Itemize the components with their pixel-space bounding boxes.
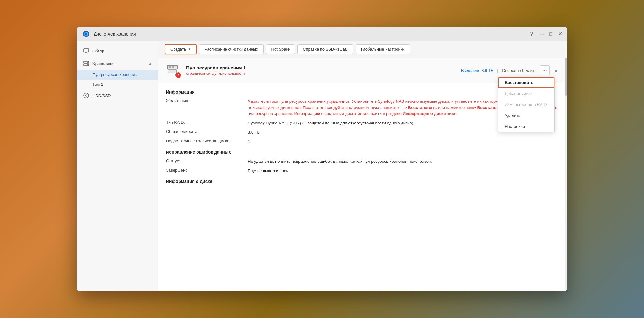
info-row-scrub-status: Статус: Не удается выполнить исправление… — [166, 158, 560, 165]
sidebar-section-storage[interactable]: Хранилище ▲ — [77, 57, 158, 70]
app-icon — [82, 30, 91, 38]
pool-header: ! Пул ресурсов хранения 1 ограниченной ф… — [158, 58, 567, 83]
svg-point-6 — [87, 62, 88, 63]
pool-collapse-button[interactable]: ▲ — [552, 67, 560, 74]
info-label-scrub-completed: Завершено: — [166, 168, 248, 174]
pool-card: ! Пул ресурсов хранения 1 ограниченной ф… — [158, 58, 567, 194]
pool-icon: ! — [166, 63, 181, 78]
svg-point-10 — [86, 95, 86, 96]
toolbar: Создать ▼ Расписание очистки данных Hot … — [158, 41, 567, 58]
sidebar-item-overview[interactable]: Обзор — [77, 45, 158, 57]
info-label-capacity: Общая емкость: — [166, 129, 248, 135]
svg-point-7 — [87, 64, 88, 65]
pool-free: Свободно 0 Байт — [502, 68, 535, 73]
disk-info-section-title: Информация о диске — [166, 179, 560, 184]
ssd-button-label: Справка по SSD-кэшам — [303, 47, 348, 52]
app-body: Обзор Хранилище ▲ Пул ресурсов хранени..… — [77, 41, 567, 291]
main-window: Диспетчер хранения ? — □ ✕ Обзор — [77, 27, 567, 291]
sidebar: Обзор Хранилище ▲ Пул ресурсов хранени..… — [77, 41, 158, 291]
sidebar-item-pool1[interactable]: Пул ресурсов хранени... — [77, 70, 158, 80]
info-row-disks: Недостаточное количество дисков: 1 — [166, 139, 560, 145]
window-controls: ? — □ ✕ — [530, 31, 562, 36]
sidebar-pool1-label: Пул ресурсов хранени... — [92, 72, 138, 77]
maximize-button[interactable]: □ — [549, 31, 552, 36]
sidebar-storage-children: Пул ресурсов хранени... Том 1 — [77, 70, 158, 89]
window-title: Диспетчер хранения — [94, 31, 530, 36]
hotspare-button-label: Hot Spare — [271, 47, 290, 52]
warning-badge: ! — [175, 72, 181, 78]
pool-allocated: Выделено 3.6 ТБ — [461, 68, 493, 73]
content-area: ! Пул ресурсов хранения 1 ограниченной ф… — [158, 58, 567, 291]
monitor-icon — [83, 48, 89, 54]
pool-name: Пул ресурсов хранения 1 — [186, 65, 461, 70]
info-label-disks: Недостаточное количество дисков: — [166, 139, 248, 145]
scrollbar[interactable] — [565, 58, 567, 291]
cleanup-button[interactable]: Расписание очистки данных — [199, 44, 263, 54]
pool-info: Пул ресурсов хранения 1 ограниченной фун… — [186, 65, 461, 76]
dropdown-item-delete[interactable]: Удалить — [498, 110, 554, 121]
sidebar-section-storage-label: Хранилище — [92, 61, 114, 66]
close-button[interactable]: ✕ — [558, 31, 562, 36]
scrubbing-section-title: Исправление ошибок данных — [166, 150, 560, 155]
disk-icon — [83, 92, 89, 99]
svg-rect-3 — [84, 49, 89, 52]
info-label-desired: Желательно: — [166, 98, 248, 117]
info-label-raid: Тип RAID: — [166, 120, 248, 126]
chevron-up-icon: ▲ — [148, 62, 152, 65]
info-value-scrub-status: Не удается выполнить исправление ошибок … — [248, 158, 560, 165]
sidebar-hdd-label: HDD/SSD — [92, 93, 111, 98]
pool-menu-button[interactable]: ··· — [540, 65, 550, 75]
create-button[interactable]: Создать ▼ — [165, 44, 197, 54]
cleanup-button-label: Расписание очистки данных — [204, 47, 258, 52]
sidebar-item-hdd[interactable]: HDD/SSD — [77, 89, 158, 102]
info-value-scrub-completed: Еще не выполнялось — [248, 168, 560, 174]
main-content: Создать ▼ Расписание очистки данных Hot … — [158, 41, 567, 291]
scrollbar-thumb[interactable] — [565, 58, 567, 96]
dropdown-item-add-disk: Добавить диск — [498, 88, 554, 99]
info-label-scrub-status: Статус: — [166, 158, 248, 165]
dropdown-item-change-raid: Изменение типа RAID — [498, 99, 554, 110]
minimize-button[interactable]: — — [539, 31, 544, 36]
create-dropdown-arrow: ▼ — [188, 47, 191, 51]
svg-rect-14 — [172, 66, 174, 68]
info-row-scrub-completed: Завершено: Еще не выполнялось — [166, 168, 560, 174]
pool-status: ограниченной функциональности — [186, 71, 461, 76]
titlebar: Диспетчер хранения ? — □ ✕ — [77, 27, 567, 41]
dropdown-item-settings[interactable]: Настройки — [498, 121, 554, 132]
help-button[interactable]: ? — [530, 31, 533, 36]
svg-point-2 — [85, 33, 87, 35]
global-settings-button-label: Глобальные настройки — [361, 47, 405, 52]
info-value-disks: 1 — [248, 139, 560, 145]
global-settings-button[interactable]: Глобальные настройки — [356, 44, 410, 54]
sidebar-item-vol1[interactable]: Том 1 — [77, 80, 158, 89]
dropdown-menu: Восстановить Добавить диск Изменение тип… — [498, 77, 555, 132]
sidebar-vol1-label: Том 1 — [92, 82, 103, 87]
hotspare-button[interactable]: Hot Spare — [266, 44, 295, 54]
sidebar-item-overview-label: Обзор — [92, 49, 104, 53]
storage-icon — [83, 60, 89, 67]
ssd-button[interactable]: Справка по SSD-кэшам — [297, 44, 353, 54]
create-button-label: Создать — [170, 47, 186, 52]
separator: | — [497, 68, 498, 73]
dropdown-item-restore[interactable]: Восстановить — [498, 77, 554, 88]
pool-capacity: Выделено 3.6 ТБ | Свободно 0 Байт — [461, 68, 535, 73]
svg-rect-12 — [168, 70, 177, 73]
svg-rect-13 — [169, 66, 171, 68]
